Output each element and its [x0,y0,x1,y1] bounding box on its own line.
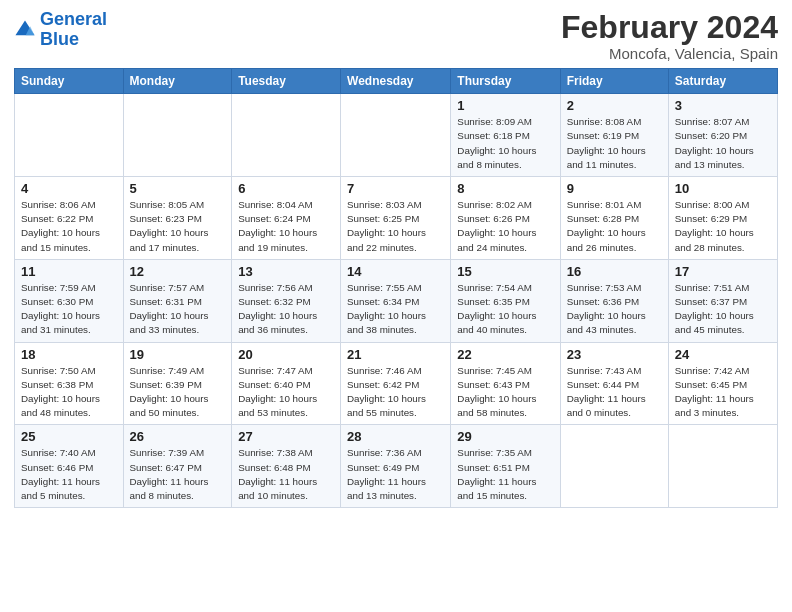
day-cell: 10Sunrise: 8:00 AM Sunset: 6:29 PM Dayli… [668,177,777,260]
day-info: Sunrise: 7:43 AM Sunset: 6:44 PM Dayligh… [567,364,662,421]
day-cell [15,94,124,177]
day-info: Sunrise: 8:02 AM Sunset: 6:26 PM Dayligh… [457,198,553,255]
day-number: 12 [130,264,226,279]
calendar-header: SundayMondayTuesdayWednesdayThursdayFrid… [15,69,778,94]
day-cell: 12Sunrise: 7:57 AM Sunset: 6:31 PM Dayli… [123,259,232,342]
week-row-2: 11Sunrise: 7:59 AM Sunset: 6:30 PM Dayli… [15,259,778,342]
day-number: 11 [21,264,117,279]
day-info: Sunrise: 7:36 AM Sunset: 6:49 PM Dayligh… [347,446,444,503]
day-cell: 20Sunrise: 7:47 AM Sunset: 6:40 PM Dayli… [232,342,341,425]
day-number: 17 [675,264,771,279]
logo-line2: Blue [40,29,79,49]
day-cell [668,425,777,508]
day-number: 14 [347,264,444,279]
day-info: Sunrise: 7:56 AM Sunset: 6:32 PM Dayligh… [238,281,334,338]
header-cell-monday: Monday [123,69,232,94]
day-info: Sunrise: 7:50 AM Sunset: 6:38 PM Dayligh… [21,364,117,421]
day-info: Sunrise: 7:40 AM Sunset: 6:46 PM Dayligh… [21,446,117,503]
day-cell: 6Sunrise: 8:04 AM Sunset: 6:24 PM Daylig… [232,177,341,260]
day-cell [341,94,451,177]
day-info: Sunrise: 7:45 AM Sunset: 6:43 PM Dayligh… [457,364,553,421]
day-info: Sunrise: 7:49 AM Sunset: 6:39 PM Dayligh… [130,364,226,421]
header-cell-sunday: Sunday [15,69,124,94]
day-cell: 14Sunrise: 7:55 AM Sunset: 6:34 PM Dayli… [341,259,451,342]
day-cell: 27Sunrise: 7:38 AM Sunset: 6:48 PM Dayli… [232,425,341,508]
day-number: 27 [238,429,334,444]
logo: General Blue [14,10,107,50]
day-number: 3 [675,98,771,113]
day-number: 21 [347,347,444,362]
day-number: 26 [130,429,226,444]
day-cell: 5Sunrise: 8:05 AM Sunset: 6:23 PM Daylig… [123,177,232,260]
header: General Blue February 2024 Moncofa, Vale… [14,10,778,62]
header-row: SundayMondayTuesdayWednesdayThursdayFrid… [15,69,778,94]
week-row-3: 18Sunrise: 7:50 AM Sunset: 6:38 PM Dayli… [15,342,778,425]
day-number: 25 [21,429,117,444]
day-info: Sunrise: 7:39 AM Sunset: 6:47 PM Dayligh… [130,446,226,503]
day-number: 1 [457,98,553,113]
day-info: Sunrise: 8:04 AM Sunset: 6:24 PM Dayligh… [238,198,334,255]
day-cell: 17Sunrise: 7:51 AM Sunset: 6:37 PM Dayli… [668,259,777,342]
day-info: Sunrise: 7:46 AM Sunset: 6:42 PM Dayligh… [347,364,444,421]
day-cell: 24Sunrise: 7:42 AM Sunset: 6:45 PM Dayli… [668,342,777,425]
day-info: Sunrise: 7:55 AM Sunset: 6:34 PM Dayligh… [347,281,444,338]
day-number: 2 [567,98,662,113]
calendar-body: 1Sunrise: 8:09 AM Sunset: 6:18 PM Daylig… [15,94,778,508]
day-cell: 19Sunrise: 7:49 AM Sunset: 6:39 PM Dayli… [123,342,232,425]
day-cell: 7Sunrise: 8:03 AM Sunset: 6:25 PM Daylig… [341,177,451,260]
day-cell: 4Sunrise: 8:06 AM Sunset: 6:22 PM Daylig… [15,177,124,260]
day-cell: 16Sunrise: 7:53 AM Sunset: 6:36 PM Dayli… [560,259,668,342]
day-number: 18 [21,347,117,362]
day-number: 23 [567,347,662,362]
day-info: Sunrise: 7:35 AM Sunset: 6:51 PM Dayligh… [457,446,553,503]
day-cell: 11Sunrise: 7:59 AM Sunset: 6:30 PM Dayli… [15,259,124,342]
day-cell: 28Sunrise: 7:36 AM Sunset: 6:49 PM Dayli… [341,425,451,508]
day-number: 7 [347,181,444,196]
day-number: 29 [457,429,553,444]
day-info: Sunrise: 7:57 AM Sunset: 6:31 PM Dayligh… [130,281,226,338]
day-number: 15 [457,264,553,279]
day-cell: 15Sunrise: 7:54 AM Sunset: 6:35 PM Dayli… [451,259,560,342]
day-info: Sunrise: 7:54 AM Sunset: 6:35 PM Dayligh… [457,281,553,338]
calendar-table: SundayMondayTuesdayWednesdayThursdayFrid… [14,68,778,508]
day-cell [123,94,232,177]
day-info: Sunrise: 8:05 AM Sunset: 6:23 PM Dayligh… [130,198,226,255]
day-info: Sunrise: 7:47 AM Sunset: 6:40 PM Dayligh… [238,364,334,421]
day-info: Sunrise: 7:42 AM Sunset: 6:45 PM Dayligh… [675,364,771,421]
day-info: Sunrise: 8:08 AM Sunset: 6:19 PM Dayligh… [567,115,662,172]
day-cell: 9Sunrise: 8:01 AM Sunset: 6:28 PM Daylig… [560,177,668,260]
header-cell-tuesday: Tuesday [232,69,341,94]
day-cell: 21Sunrise: 7:46 AM Sunset: 6:42 PM Dayli… [341,342,451,425]
day-cell: 23Sunrise: 7:43 AM Sunset: 6:44 PM Dayli… [560,342,668,425]
day-info: Sunrise: 7:59 AM Sunset: 6:30 PM Dayligh… [21,281,117,338]
day-info: Sunrise: 8:09 AM Sunset: 6:18 PM Dayligh… [457,115,553,172]
logo-text: General Blue [40,10,107,50]
day-cell: 3Sunrise: 8:07 AM Sunset: 6:20 PM Daylig… [668,94,777,177]
main-title: February 2024 [561,10,778,45]
day-info: Sunrise: 8:07 AM Sunset: 6:20 PM Dayligh… [675,115,771,172]
header-cell-wednesday: Wednesday [341,69,451,94]
day-number: 9 [567,181,662,196]
day-cell: 13Sunrise: 7:56 AM Sunset: 6:32 PM Dayli… [232,259,341,342]
day-number: 10 [675,181,771,196]
day-info: Sunrise: 7:51 AM Sunset: 6:37 PM Dayligh… [675,281,771,338]
day-number: 16 [567,264,662,279]
day-cell [560,425,668,508]
day-number: 28 [347,429,444,444]
day-number: 19 [130,347,226,362]
day-cell: 1Sunrise: 8:09 AM Sunset: 6:18 PM Daylig… [451,94,560,177]
day-number: 20 [238,347,334,362]
day-number: 6 [238,181,334,196]
day-number: 4 [21,181,117,196]
day-info: Sunrise: 8:03 AM Sunset: 6:25 PM Dayligh… [347,198,444,255]
day-cell: 26Sunrise: 7:39 AM Sunset: 6:47 PM Dayli… [123,425,232,508]
week-row-0: 1Sunrise: 8:09 AM Sunset: 6:18 PM Daylig… [15,94,778,177]
header-cell-thursday: Thursday [451,69,560,94]
page: General Blue February 2024 Moncofa, Vale… [0,0,792,518]
header-cell-friday: Friday [560,69,668,94]
week-row-4: 25Sunrise: 7:40 AM Sunset: 6:46 PM Dayli… [15,425,778,508]
day-number: 13 [238,264,334,279]
day-info: Sunrise: 8:01 AM Sunset: 6:28 PM Dayligh… [567,198,662,255]
subtitle: Moncofa, Valencia, Spain [561,45,778,62]
day-cell [232,94,341,177]
